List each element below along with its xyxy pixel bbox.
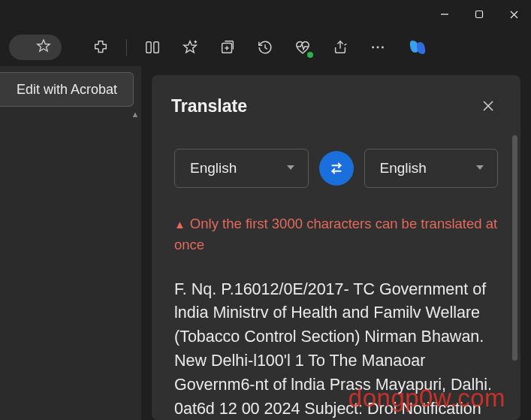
window-minimize-button[interactable] — [427, 0, 462, 29]
health-status-dot-icon — [307, 52, 313, 58]
svg-marker-7 — [184, 41, 197, 53]
copilot-button[interactable] — [406, 36, 429, 59]
svg-rect-1 — [476, 11, 483, 18]
chevron-down-icon — [285, 160, 296, 177]
svg-rect-6 — [154, 42, 158, 53]
svg-marker-21 — [476, 165, 484, 170]
warning-triangle-icon: ▲ — [174, 216, 186, 234]
browser-health-button[interactable] — [286, 32, 319, 62]
window-maximize-button[interactable] — [462, 0, 496, 29]
svg-point-15 — [372, 47, 374, 49]
extensions-button[interactable] — [84, 32, 117, 62]
share-button[interactable] — [324, 32, 357, 62]
window-titlebar — [0, 0, 531, 29]
swap-languages-button[interactable] — [319, 151, 354, 186]
history-button[interactable] — [249, 32, 282, 62]
target-language-label: English — [380, 160, 427, 177]
edit-with-acrobat-button[interactable]: Edit with Acrobat — [0, 72, 134, 107]
panel-scrollbar-thumb[interactable] — [512, 135, 517, 361]
svg-marker-20 — [287, 165, 294, 170]
toolbar-separator — [126, 39, 127, 56]
window-close-button[interactable] — [496, 0, 531, 29]
svg-point-16 — [377, 47, 379, 49]
left-pane: Edit with Acrobat ▲ — [0, 66, 141, 420]
translate-output-text: F. Nq. P.16012/0E/2017- TC Government of… — [171, 278, 501, 421]
translate-title: Translate — [171, 96, 247, 116]
translate-panel: Translate English English — [152, 75, 520, 420]
favorite-star-icon[interactable] — [36, 38, 51, 56]
source-language-label: English — [190, 160, 237, 177]
address-bar-end[interactable] — [9, 35, 62, 60]
source-language-select[interactable]: English — [174, 149, 309, 188]
sidebar-panel: Translate English English — [141, 66, 531, 420]
translate-warning: ▲Only the first 3000 characters can be t… — [171, 213, 501, 255]
warning-text: Only the first 3000 characters can be tr… — [174, 216, 497, 252]
svg-point-17 — [382, 47, 384, 49]
svg-rect-5 — [146, 42, 151, 53]
close-panel-button[interactable] — [475, 93, 501, 119]
left-scrollbar[interactable]: ▲ — [129, 108, 141, 420]
browser-toolbar — [0, 29, 531, 66]
target-language-select[interactable]: English — [364, 149, 499, 188]
chevron-down-icon — [475, 160, 485, 177]
collections-button[interactable] — [211, 32, 244, 62]
split-screen-button[interactable] — [136, 32, 169, 62]
more-menu-button[interactable] — [361, 32, 394, 62]
svg-marker-4 — [38, 40, 50, 51]
acrobat-label: Edit with Acrobat — [17, 82, 117, 98]
language-row: English English — [171, 149, 501, 188]
scroll-up-arrow-icon[interactable]: ▲ — [129, 108, 141, 120]
content-area: Edit with Acrobat ▲ Translate English — [0, 66, 531, 420]
favorites-button[interactable] — [173, 32, 207, 62]
translate-header: Translate — [171, 93, 501, 119]
